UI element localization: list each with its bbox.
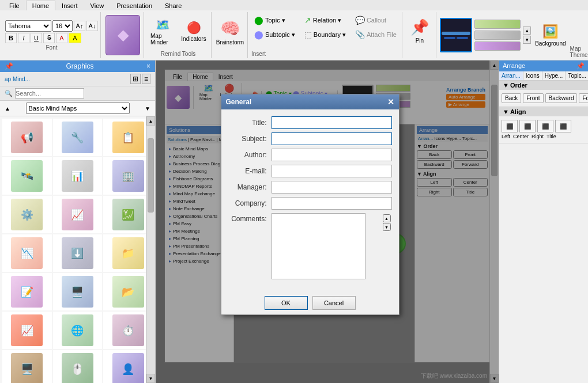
comments-textarea[interactable] (272, 213, 365, 279)
scroll-down-btn[interactable]: ▼ (145, 105, 150, 112)
align-section-header[interactable]: ▼ Align (499, 107, 588, 116)
tab-insert[interactable]: Insert (55, 1, 84, 10)
font-family-select[interactable]: Tahoma (5, 20, 51, 32)
modal-body: Title: Subject: Author: E-mail: (221, 109, 399, 291)
form-row-company: Company: (228, 197, 392, 210)
forward-btn[interactable]: Forward (579, 93, 588, 103)
search-input[interactable] (15, 88, 84, 98)
tab-file[interactable]: File (3, 1, 26, 10)
title-input[interactable] (272, 116, 392, 129)
tab-home[interactable]: Home (26, 1, 55, 10)
arrange-tab[interactable]: Arran... (499, 71, 523, 80)
graphic-item-19[interactable]: 🖥️ (2, 350, 52, 383)
align-title-btn[interactable]: ⬛ (555, 120, 571, 132)
theme-green[interactable] (474, 20, 521, 29)
align-left-btn[interactable]: ⬛ (502, 120, 518, 132)
graphic-item-10[interactable]: 📉 (2, 234, 52, 272)
font-group-label: Font (5, 44, 98, 51)
bold-btn[interactable]: B (5, 33, 17, 43)
hype-tab[interactable]: Hype... (542, 71, 566, 80)
front-btn[interactable]: Front (523, 93, 543, 103)
tab-presentation[interactable]: Presentation (110, 1, 159, 10)
theme-gray[interactable] (474, 31, 521, 40)
callout-btn[interactable]: 💬 Callout (352, 14, 399, 26)
relation-icon: ↗ (304, 16, 311, 25)
panel-pin[interactable]: 📌 (5, 62, 13, 70)
map-minder-btn[interactable]: 🗺️ Map Minder (149, 14, 176, 50)
font-shrink-btn[interactable]: A↓ (86, 21, 98, 31)
form-row-title: Title: (228, 116, 392, 129)
category-select[interactable]: Basic Mind Maps (26, 103, 130, 114)
company-input[interactable] (272, 197, 392, 210)
graphic-item-16[interactable]: 📈 (2, 312, 52, 349)
align-right-btn[interactable]: ⬛ (537, 120, 553, 132)
list-view-btn[interactable]: ≡ (142, 74, 150, 84)
theme-dark[interactable] (440, 18, 472, 52)
topic-tab[interactable]: Topic... (566, 71, 588, 80)
map-mind-tab[interactable]: ap Mind... (5, 76, 30, 82)
graphic-item-14[interactable]: 🖥️ (53, 273, 103, 310)
theme-purple[interactable] (474, 41, 521, 51)
italic-btn[interactable]: I (18, 33, 29, 43)
highlight-btn[interactable]: A (69, 33, 81, 43)
manager-input[interactable] (272, 181, 392, 194)
graphic-item-4[interactable]: 🛰️ (2, 157, 52, 195)
theme-nav-next[interactable]: ▼ (523, 36, 531, 44)
tab-view[interactable]: View (84, 1, 111, 10)
modal-close-btn[interactable]: ✕ (387, 97, 394, 107)
panel-close-btn[interactable]: × (146, 62, 150, 70)
tab-share[interactable]: Share (159, 1, 188, 10)
subtopic-dropdown[interactable]: ▾ (292, 31, 295, 39)
scroll-up[interactable]: ▲ (146, 116, 155, 126)
remind-tools-group: 🗺️ Map Minder 🔴 Indicators Remind Tools (145, 12, 212, 58)
comments-scroll-up[interactable]: ▲ (383, 214, 391, 222)
graphic-item-2[interactable]: 🔧 (53, 119, 103, 156)
background-btn[interactable]: 🖼️ Background (533, 17, 567, 54)
solutions-button[interactable]: ◆ (105, 15, 140, 55)
scroll-up-btn[interactable]: ▲ (5, 105, 10, 112)
indicators-btn[interactable]: 🔴 Indicators (180, 14, 208, 50)
graphic-item-7[interactable]: ⚙️ (2, 196, 52, 233)
graphic-item-13[interactable]: 📝 (2, 273, 52, 310)
graphics-scrollbar[interactable]: ▲ ▼ (146, 116, 155, 383)
author-input[interactable] (272, 149, 392, 161)
strikethrough-btn[interactable]: S̶ (43, 33, 55, 43)
backward-btn[interactable]: Backward (545, 93, 578, 103)
scroll-down[interactable]: ▼ (146, 374, 155, 383)
graphic-item-20[interactable]: 🖱️ (53, 350, 103, 383)
boundary-dropdown[interactable]: ▾ (342, 31, 346, 39)
boundary-btn[interactable]: ⬚ Boundary ▾ (301, 28, 349, 41)
graphic-item-8[interactable]: 📈 (53, 196, 103, 233)
grid-view-btn[interactable]: ⊞ (130, 74, 141, 84)
theme-nav-prev[interactable]: ▲ (523, 26, 531, 35)
underline-btn[interactable]: U (31, 33, 42, 43)
graphic-item-17[interactable]: 🌐 (53, 312, 103, 349)
font-size-select[interactable]: 16 (52, 20, 73, 32)
ok-button[interactable]: OK (265, 296, 308, 310)
solutions-icon: ◆ (118, 27, 128, 43)
subtopic-btn[interactable]: ⬤ Subtopic ▾ (251, 28, 298, 41)
comments-scroll-down[interactable]: ▼ (383, 223, 391, 231)
icons-tab[interactable]: Icons (523, 71, 542, 80)
graphic-item-5[interactable]: 📊 (53, 157, 103, 195)
email-input[interactable] (272, 165, 392, 177)
theme-nav: ▲ ▼ (523, 26, 531, 44)
arrange-pin[interactable]: 📌 (576, 62, 585, 70)
relation-dropdown[interactable]: ▾ (338, 17, 341, 24)
topic-btn[interactable]: ⬤ Topic ▾ (251, 14, 298, 26)
pin-btn[interactable]: 📌 Pin (406, 12, 434, 50)
order-section-header[interactable]: ▼ Order (499, 81, 588, 90)
align-center-btn[interactable]: ⬛ (519, 120, 536, 132)
back-btn[interactable]: Back (502, 93, 521, 103)
topic-dropdown[interactable]: ▾ (282, 17, 285, 24)
brainstorm-btn[interactable]: 🧠 Brainstorm (216, 12, 244, 52)
cancel-button[interactable]: Cancel (312, 296, 356, 310)
attach-file-btn[interactable]: 📎 Attach File (352, 28, 399, 41)
graphic-item-11[interactable]: ⬇️ (53, 234, 103, 272)
subject-input[interactable] (272, 132, 392, 145)
font-grow-btn[interactable]: A↑ (74, 21, 85, 31)
graphic-item-1[interactable]: 📢 (2, 119, 52, 156)
relation-btn[interactable]: ↗ Relation ▾ (301, 14, 349, 26)
scroll-thumb[interactable] (148, 138, 154, 213)
font-color-btn[interactable]: A (56, 33, 67, 43)
